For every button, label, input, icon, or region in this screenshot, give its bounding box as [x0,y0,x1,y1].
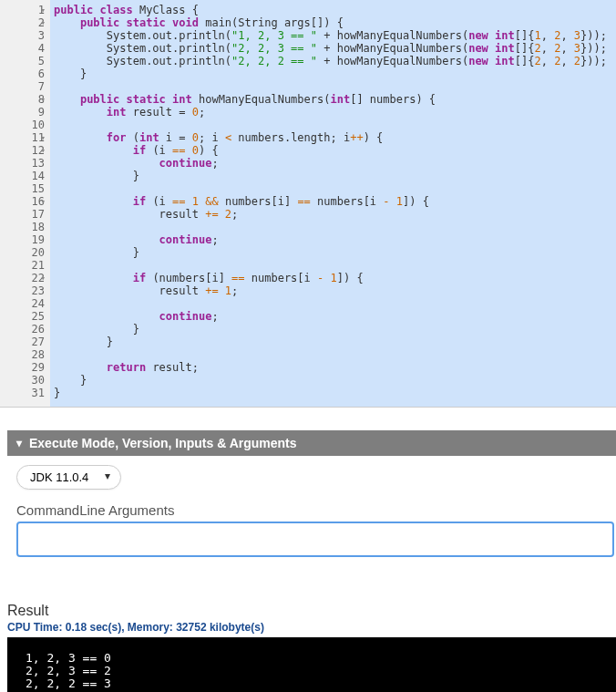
gutter-line: 9 [0,106,45,119]
gutter-line: 24 [0,297,45,310]
code-line: System.out.println("2, 2, 2 == " + howMa… [54,55,612,67]
fold-icon[interactable]: ▾ [41,16,46,29]
gutter-line: 8▾ [0,93,45,106]
jdk-select[interactable]: JDK 11.0.4 [16,465,121,490]
code-line: return result; [54,361,612,374]
fold-icon[interactable]: ▾ [41,195,46,208]
code-line: } [54,374,612,387]
code-line [54,259,612,272]
gutter-line: 26 [0,323,45,336]
result-title: Result [7,603,616,619]
code-line: } [54,67,612,80]
gutter-line: 22▾ [0,272,45,284]
code-line: continue; [54,310,612,323]
gutter-line: 25 [0,310,45,323]
gutter-line: 10 [0,119,45,131]
code-line: } [54,246,612,259]
result-section: Result CPU Time: 0.18 sec(s), Memory: 32… [7,603,616,692]
code-line: } [54,387,612,399]
gutter-line: 23 [0,284,45,297]
code-line: public class MyClass { [54,4,612,16]
code-line [54,348,612,361]
chevron-down-icon: ▾ [16,437,22,449]
gutter-line: 15 [0,182,45,195]
result-output: 1, 2, 3 == 0 2, 2, 3 == 2 2, 2, 2 == 3 [7,637,616,692]
code-line: public static void main(String args[]) { [54,16,612,29]
fold-icon[interactable]: ▾ [41,93,46,106]
code-line: System.out.println("2, 2, 3 == " + howMa… [54,42,612,55]
gutter-line: 28 [0,348,45,361]
code-editor: 1▾2▾345678▾91011▾12▾13141516▾17181920212… [0,0,616,408]
code-line: continue; [54,157,612,170]
code-line [54,80,612,93]
fold-icon[interactable]: ▾ [41,4,46,16]
code-line: } [54,170,612,182]
gutter-line: 1▾ [0,4,45,16]
gutter-line: 13 [0,157,45,170]
gutter-line: 3 [0,29,45,42]
code-area[interactable]: public class MyClass { public static voi… [50,0,616,407]
gutter-line: 29 [0,361,45,374]
code-line: for (int i = 0; i < numbers.length; i++)… [54,131,612,144]
gutter-line: 7 [0,80,45,93]
fold-icon[interactable]: ▾ [41,144,46,157]
gutter-line: 19 [0,233,45,246]
code-line: result += 2; [54,208,612,221]
fold-icon[interactable]: ▾ [41,272,46,284]
code-line [54,182,612,195]
exec-panel-title: Execute Mode, Version, Inputs & Argument… [29,436,297,450]
gutter-line: 21 [0,259,45,272]
gutter: 1▾2▾345678▾91011▾12▾13141516▾17181920212… [0,0,50,407]
code-line: int result = 0; [54,106,612,119]
fold-icon[interactable]: ▾ [41,131,46,144]
code-line: continue; [54,233,612,246]
gutter-line: 18 [0,221,45,233]
code-line: result += 1; [54,284,612,297]
gutter-line: 2▾ [0,16,45,29]
code-line: if (i == 1 && numbers[i] == numbers[i - … [54,195,612,208]
code-line [54,119,612,131]
exec-panel-header[interactable]: ▾ Execute Mode, Version, Inputs & Argume… [7,430,616,456]
cmd-args-label: CommandLine Arguments [16,502,616,518]
gutter-line: 4 [0,42,45,55]
gutter-line: 17 [0,208,45,221]
code-line: public static int howManyEqualNumbers(in… [54,93,612,106]
exec-panel: ▾ Execute Mode, Version, Inputs & Argume… [7,430,616,557]
gutter-line: 16▾ [0,195,45,208]
gutter-line: 20 [0,246,45,259]
exec-panel-body: JDK 11.0.4 [7,456,616,490]
code-line [54,221,612,233]
gutter-line: 11▾ [0,131,45,144]
gutter-line: 31 [0,387,45,399]
gutter-line: 12▾ [0,144,45,157]
gutter-line: 6 [0,67,45,80]
code-line: if (i == 0) { [54,144,612,157]
gutter-line: 27 [0,336,45,348]
jdk-select-wrap: JDK 11.0.4 [16,465,121,490]
cmd-args-input[interactable] [16,522,614,557]
result-meta: CPU Time: 0.18 sec(s), Memory: 32752 kil… [7,621,616,634]
code-line: System.out.println("1, 2, 3 == " + howMa… [54,29,612,42]
gutter-line: 5 [0,55,45,67]
code-line: if (numbers[i] == numbers[i - 1]) { [54,272,612,284]
code-line: } [54,323,612,336]
code-line: } [54,336,612,348]
code-line [54,297,612,310]
gutter-line: 14 [0,170,45,182]
gutter-line: 30 [0,374,45,387]
